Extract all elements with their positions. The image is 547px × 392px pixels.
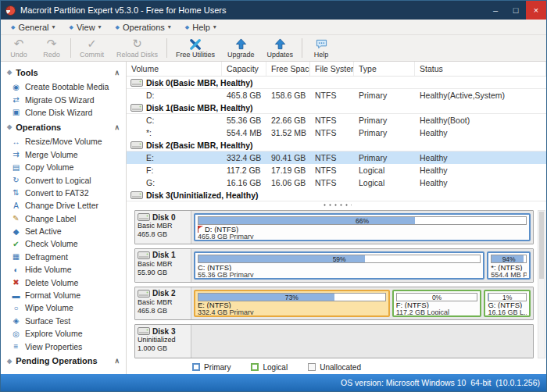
- menu-label: View: [77, 23, 95, 32]
- menu-item-general[interactable]: ◆General▾: [4, 20, 63, 34]
- partition-block-F[interactable]: 0%F: (NTFS)117.2 GB Logical: [392, 290, 482, 318]
- sidebar-item-view-properties[interactable]: ≡View Properties: [1, 340, 126, 352]
- sidebar-item-surface-test[interactable]: ◈Surface Test: [1, 315, 126, 327]
- partition-block-star[interactable]: 94%*: (NTFS)554.4 MB P...: [487, 251, 531, 280]
- section-title: Pending Operations: [16, 356, 98, 365]
- sidebar-item-set-active[interactable]: ◆Set Active: [1, 225, 126, 237]
- volume-row-G[interactable]: G:16.16 GB16.06 GBNTFSLogicalHealthy: [127, 176, 546, 189]
- disk-group-row[interactable]: Disk 2(Basic MBR, Healthy): [127, 139, 546, 151]
- sidebar-item-clone-disk-wizard[interactable]: ▣Clone Disk Wizard: [1, 106, 126, 119]
- sidebar-item-create-bootable-media[interactable]: ◉Create Bootable Media: [1, 80, 126, 93]
- menu-item-view[interactable]: ◆View▾: [63, 20, 109, 34]
- disk-group-row[interactable]: Disk 0(Basic MBR, Healthy): [127, 77, 546, 89]
- hide-volume-icon: ◐: [12, 265, 20, 274]
- sidebar-item-convert-to-logical[interactable]: ↻Convert to Logical: [1, 173, 126, 186]
- general-menu-icon: ◆: [11, 24, 15, 30]
- section-header-tools[interactable]: ◆Tools∧: [1, 64, 126, 80]
- partition-block-C[interactable]: 59%C: (NTFS)55.36 GB Primary: [194, 251, 484, 280]
- section-header-operations[interactable]: ◆Operations∧: [1, 119, 126, 135]
- sidebar-item-hide-volume[interactable]: ◐Hide Volume: [1, 263, 126, 276]
- toolbar-upgrade-button[interactable]: Upgrade: [221, 35, 261, 61]
- column-header-status[interactable]: Status: [415, 62, 546, 76]
- splitter-handle[interactable]: [127, 201, 546, 208]
- disk-group-label: Disk 1(Basic MBR, Healthy): [146, 103, 253, 112]
- menu-item-help[interactable]: ◆Help▾: [178, 20, 223, 34]
- sidebar-item-change-label[interactable]: ✎Change Label: [1, 212, 126, 225]
- sidebar-item-explore-volume[interactable]: ◎Explore Volume: [1, 327, 126, 340]
- delete-volume-icon: ✖: [12, 278, 20, 287]
- toolbar-separator: [70, 38, 71, 58]
- volume-row-C[interactable]: C:55.36 GB22.66 GBNTFSPrimaryHealthy(Boo…: [127, 114, 546, 127]
- volume-row-star[interactable]: *:554.4 MB31.52 MBNTFSPrimaryHealthy: [127, 127, 546, 139]
- column-header-free-space[interactable]: Free Space: [266, 62, 310, 76]
- column-header-capacity[interactable]: Capacity: [222, 62, 266, 76]
- column-header-file-system[interactable]: File System: [310, 62, 354, 76]
- section-header-pending-operations[interactable]: ◆Pending Operations∧: [1, 353, 126, 369]
- toolbar-label: Undo: [10, 51, 27, 59]
- section-title: Tools: [16, 68, 38, 77]
- menu-item-operations[interactable]: ◆Operations▾: [109, 20, 178, 34]
- usage-bar: 73%: [198, 293, 386, 301]
- legend-unallocated-swatch: [308, 363, 316, 371]
- maximize-button[interactable]: □: [506, 1, 526, 20]
- cell-type: Primary: [354, 89, 415, 102]
- toolbar-free-utilities-button[interactable]: Free Utilities: [170, 35, 221, 61]
- section-title: Operations: [16, 123, 61, 132]
- toolbar-label: Reload Disks: [116, 51, 158, 59]
- sidebar-item-change-drive-letter[interactable]: AChange Drive Letter: [1, 199, 126, 212]
- sidebar-item-migrate-os-wizard[interactable]: ⇄Migrate OS Wizard: [1, 93, 126, 105]
- column-header-volume[interactable]: Volume: [127, 62, 222, 76]
- free-utilities-icon: [190, 37, 202, 50]
- sidebar-item-copy-volume[interactable]: ▤Copy Volume: [1, 161, 126, 173]
- legend-primary-swatch: [192, 363, 200, 371]
- legend-logical: Logical: [251, 363, 288, 372]
- sidebar-item-delete-volume[interactable]: ✖Delete Volume: [1, 276, 126, 288]
- cell-file_system: NTFS: [310, 114, 354, 127]
- partition-block-E[interactable]: 73%E: (NTFS)332.4 GB Primary: [194, 290, 390, 318]
- usage-percent: 66%: [198, 217, 526, 225]
- disk-info[interactable]: Disk 3Uninitialized1.000 GB: [135, 325, 191, 358]
- status-bar: OS version: Microsoft Windows 10 64-bit …: [1, 374, 546, 391]
- sidebar-item-defragment[interactable]: ▦Defragment: [1, 251, 126, 263]
- sidebar-item-format-volume[interactable]: ▬Format Volume: [1, 289, 126, 301]
- chevron-up-icon: ∧: [114, 357, 120, 365]
- sidebar-item-merge-volume[interactable]: ⇉Merge Volume: [1, 148, 126, 161]
- cell-status: Healthy: [415, 151, 546, 164]
- volume-row-F[interactable]: F:117.2 GB17.19 GBNTFSLogicalHealthy: [127, 164, 546, 176]
- diskmap-scrollbar[interactable]: [538, 210, 545, 358]
- usage-bar: 59%: [198, 255, 481, 263]
- titlebar: Macrorit Partition Expert v5.3.0 - Free …: [1, 1, 546, 20]
- cell-capacity: 332.4 GB: [222, 151, 266, 164]
- close-button[interactable]: ×: [526, 1, 546, 20]
- cell-status: Healthy: [415, 127, 546, 139]
- sidebar-item-resize-move-volume[interactable]: ↔Resize/Move Volume: [1, 135, 126, 148]
- partition-block-G[interactable]: 1%G: (NTFS)16.16 GB L...: [484, 290, 531, 318]
- sidebar-item-label: Convert to Logical: [25, 176, 91, 185]
- disk-type: Basic MBR: [138, 298, 188, 307]
- toolbar-help-button[interactable]: Help: [305, 35, 338, 61]
- sidebar-item-check-volume[interactable]: ✔Check Volume: [1, 237, 126, 250]
- volume-row-E[interactable]: E:332.4 GB90.41 GBNTFSPrimaryHealthy: [127, 151, 546, 164]
- menu-label: Operations: [123, 23, 165, 32]
- help-menu-icon: ◆: [185, 24, 189, 30]
- sidebar-item-wipe-volume[interactable]: ○Wipe Volume: [1, 301, 126, 314]
- toolbar-separator: [166, 38, 167, 58]
- partition-block-D[interactable]: 66%D: (NTFS)465.8 GB Primary: [194, 213, 531, 241]
- disk-info[interactable]: Disk 0Basic MBR465.8 GB: [135, 211, 191, 244]
- window-title: Macrorit Partition Expert v5.3.0 - Free …: [20, 5, 226, 15]
- scrollbar-thumb[interactable]: [539, 212, 544, 279]
- disk-info[interactable]: Disk 1Basic MBR55.90 GB: [135, 249, 191, 282]
- disk-info[interactable]: Disk 2Basic MBR465.8 GB: [135, 287, 191, 320]
- cell-type: Primary: [354, 151, 415, 164]
- sidebar-item-convert-to-fat32[interactable]: ⇅Convert to FAT32: [1, 187, 126, 199]
- volume-row-D[interactable]: D:465.8 GB158.6 GBNTFSPrimaryHealthy(Act…: [127, 89, 546, 102]
- disk-group-row[interactable]: Disk 3(Uninitialized, Healthy): [127, 189, 546, 201]
- toolbar-updates-button[interactable]: Updates: [261, 35, 300, 61]
- sidebar-item-label: Merge Volume: [25, 150, 78, 159]
- disk-group-row[interactable]: Disk 1(Basic MBR, Healthy): [127, 102, 546, 114]
- cell-file_system: NTFS: [310, 164, 354, 176]
- disk-partitions: 73%E: (NTFS)332.4 GB Primary0%F: (NTFS)1…: [191, 287, 533, 320]
- defragment-icon: ▦: [12, 252, 20, 261]
- column-header-type[interactable]: Type: [354, 62, 415, 76]
- minimize-button[interactable]: –: [485, 1, 506, 20]
